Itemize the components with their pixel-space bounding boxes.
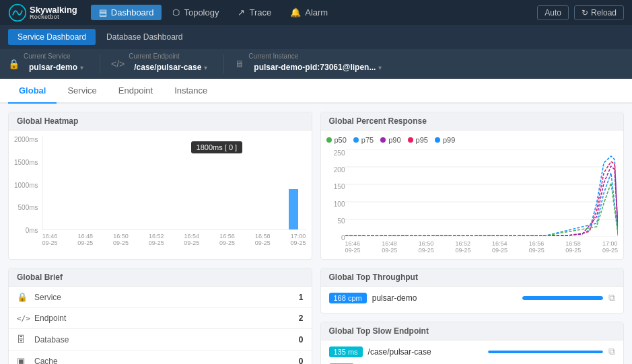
nav-topology[interactable]: ⬡ Topology	[164, 5, 227, 20]
database-icon: 🗄	[17, 334, 29, 344]
heatmap-area: 1800ms [ 0 ] 16:4609-25 16:4809-25 16:50…	[42, 136, 306, 246]
service-value: pulsar-demo	[29, 63, 77, 72]
tab-instance[interactable]: Instance	[164, 79, 218, 104]
tabs-bar: Global Service Endpoint Instance	[0, 79, 632, 104]
percent-chart-svg	[345, 149, 619, 237]
brief-row-service: 🔒 Service 1	[9, 287, 312, 308]
endpoint-chevron: ▾	[204, 64, 207, 71]
percent-response-body: p50 p75 p90 p95 p99	[321, 131, 624, 259]
slow-bar-fill-0	[488, 351, 603, 353]
slow-copy-0[interactable]: ⧉	[608, 346, 615, 357]
heatmap-body: 2000ms 1500ms 1000ms 500ms 0ms 1800ms [ …	[9, 131, 312, 252]
sub-nav: Service Dashboard Database Dashboard	[0, 25, 632, 49]
slow-endpoint-card: Global Top Slow Endpoint 135 ms /case/pu…	[320, 322, 625, 364]
throughput-card: Global Top Throughput 168 cpm pulsar-dem…	[320, 268, 625, 314]
percent-chart-svg-wrap: 16:4609-25 16:4809-25 16:5009-25 16:5209…	[345, 149, 619, 254]
logo: Skywalking Rocketbot	[8, 3, 77, 22]
brief-endpoint-label: Endpoint	[34, 314, 293, 323]
nav-right: Auto ↻ Reload	[537, 5, 624, 20]
legend-dot-p75	[353, 137, 359, 143]
global-brief-title: Global Brief	[9, 268, 312, 287]
instance-value: pulsar-demo-pid:73061@lipen...	[254, 63, 376, 72]
legend-dot-p95	[408, 137, 413, 143]
percent-response-card: Global Percent Response p50 p75 p90 p95	[320, 112, 625, 260]
slow-badge-0: 135 ms	[329, 347, 363, 357]
tab-endpoint[interactable]: Endpoint	[108, 79, 164, 104]
brief-service-value: 1	[299, 293, 304, 302]
tab-service[interactable]: Service	[57, 79, 107, 104]
nav-alarm[interactable]: 🔔 Alarm	[282, 5, 336, 20]
heatmap-bar-last	[289, 189, 298, 229]
toolbar-service: 🔒 Current Service pulsar-demo ▾	[8, 52, 89, 75]
endpoint-select[interactable]: /case/pulsar-case ▾	[129, 60, 213, 75]
reload-button[interactable]: ↻ Reload	[574, 5, 624, 20]
legend-p99: p99	[435, 136, 455, 144]
brief-endpoint-value: 2	[299, 314, 304, 323]
percent-x-axis: 16:4609-25 16:4809-25 16:5009-25 16:5209…	[345, 240, 619, 254]
heatmap-y-axis: 2000ms 1500ms 1000ms 500ms 0ms	[14, 136, 42, 246]
brief-service-label: Service	[34, 293, 293, 302]
brief-row-cache: ▣ Cache 0	[9, 351, 312, 364]
legend-p75: p75	[353, 136, 374, 144]
service-select[interactable]: pulsar-demo ▾	[24, 60, 89, 75]
service-label: Current Service	[24, 52, 89, 60]
endpoint-value: /case/pulsar-case	[134, 63, 201, 72]
heatmap-grid: 1800ms [ 0 ]	[42, 136, 306, 230]
throughput-row-0: 168 cpm pulsar-demo ⧉	[329, 292, 616, 303]
tab-global[interactable]: Global	[8, 79, 57, 104]
slow-label-0: /case/pulsar-case	[368, 347, 483, 357]
nav-dashboard[interactable]: ▤ Dashboard	[91, 5, 162, 20]
dashboard-icon: ▤	[99, 7, 107, 17]
logo-icon	[8, 3, 27, 22]
subnav-service-dashboard[interactable]: Service Dashboard	[8, 29, 96, 45]
reload-icon: ↻	[582, 8, 588, 17]
brief-row-database: 🗄 Database 0	[9, 329, 312, 351]
heatmap-tooltip: 1800ms [ 0 ]	[191, 141, 243, 153]
toolbar-instance: 🖥 Current Instance pulsar-demo-pid:73061…	[235, 52, 387, 75]
toolbar-divider-1	[100, 54, 100, 73]
endpoint-icon: </>	[17, 314, 29, 323]
toolbar-divider-2	[223, 54, 224, 73]
percent-response-title: Global Percent Response	[321, 112, 624, 131]
instance-select[interactable]: pulsar-demo-pid:73061@lipen... ▾	[248, 60, 387, 75]
brief-row-endpoint: </> Endpoint 2	[9, 308, 312, 329]
brief-database-value: 0	[299, 335, 304, 344]
service-lock-icon: 🔒	[8, 59, 20, 69]
legend-dot-p99	[435, 137, 440, 143]
heatmap-title: Global Heatmap	[9, 112, 312, 131]
nav-trace[interactable]: ↗ Trace	[230, 5, 279, 20]
percent-y-axis: 250 200 150 100 50 0	[326, 149, 345, 254]
percent-chart-area: 250 200 150 100 50 0	[326, 149, 619, 254]
instance-monitor-icon: 🖥	[235, 59, 244, 69]
trace-icon: ↗	[238, 7, 245, 17]
global-brief-body: 🔒 Service 1 </> Endpoint 2 🗄 Database 0 …	[9, 287, 312, 364]
legend-p50: p50	[326, 136, 347, 144]
heatmap-card: Global Heatmap 2000ms 1500ms 1000ms 500m…	[8, 112, 312, 260]
slow-endpoint-body: 135 ms /case/pulsar-case ⧉ 0 ms Pulsar/t…	[321, 340, 624, 364]
throughput-copy-0[interactable]: ⧉	[608, 292, 615, 303]
legend-p90: p90	[380, 136, 400, 144]
subnav-database-dashboard[interactable]: Database Dashboard	[97, 29, 192, 45]
service-chevron: ▾	[80, 64, 83, 71]
heatmap-x-axis: 16:4609-25 16:4809-25 16:5009-25 16:5209…	[42, 233, 306, 246]
main-content: Global Heatmap 2000ms 1500ms 1000ms 500m…	[0, 104, 632, 364]
service-icon: 🔒	[17, 292, 29, 302]
throughput-title: Global Top Throughput	[321, 268, 624, 287]
toolbar: 🔒 Current Service pulsar-demo ▾ </> Curr…	[0, 49, 632, 79]
endpoint-code-icon: </>	[111, 59, 125, 69]
slow-endpoint-title: Global Top Slow Endpoint	[321, 322, 624, 340]
endpoint-label: Current Endpoint	[129, 52, 213, 60]
slow-row-0: 135 ms /case/pulsar-case ⧉	[329, 346, 616, 357]
cache-icon: ▣	[17, 356, 29, 364]
right-bottom-col: Global Top Throughput 168 cpm pulsar-dem…	[320, 268, 625, 364]
brief-cache-value: 0	[299, 357, 304, 365]
throughput-bar-fill-0	[522, 296, 603, 300]
throughput-progress-0	[522, 296, 603, 300]
auto-button[interactable]: Auto	[537, 5, 569, 20]
global-brief-card: Global Brief 🔒 Service 1 </> Endpoint 2 …	[8, 268, 312, 364]
instance-chevron: ▾	[378, 64, 382, 71]
top-nav: Skywalking Rocketbot ▤ Dashboard ⬡ Topol…	[0, 0, 632, 25]
alarm-icon: 🔔	[290, 7, 301, 17]
instance-label: Current Instance	[248, 52, 387, 60]
brief-cache-label: Cache	[34, 357, 293, 365]
